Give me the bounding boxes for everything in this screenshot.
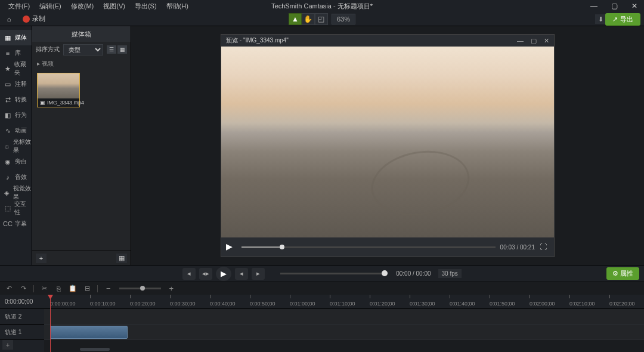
menu-export[interactable]: 导出(S) — [130, 2, 162, 11]
playback-slider[interactable] — [280, 273, 388, 274]
menu-edit[interactable]: 编辑(E) — [35, 2, 66, 11]
tool-sidebar: ▦媒体 ≡库 ★收藏夹 ▭注释 ⇄转换 ◧行为 ∿动画 ☼光标效果 ◉旁白 ♪音… — [0, 26, 32, 265]
cursor-tool[interactable]: ▲ — [289, 13, 302, 25]
properties-button[interactable]: ⚙ 属性 — [606, 267, 639, 280]
sidebar-item-audio-effects[interactable]: ♪音效 — [0, 169, 32, 185]
preview-minimize-icon[interactable]: — — [517, 37, 524, 45]
track-row-2[interactable] — [44, 309, 644, 325]
preview-controls: ▶ 00:03 / 00:21 ⛶ — [221, 237, 554, 257]
preview-scrubber[interactable] — [242, 246, 496, 248]
minimize-icon[interactable]: — — [587, 1, 601, 11]
thumb-label: ▣IMG_3343.mp4 — [38, 98, 79, 107]
sidebar-item-annotations[interactable]: ▭注释 — [0, 76, 32, 92]
track-row-1[interactable] — [44, 325, 644, 340]
preview-title: 预览 - "IMG_3343.mp4" — [226, 36, 289, 45]
view-mode-button[interactable]: ▦ — [116, 254, 127, 263]
ruler-tick: 0:01:00;00 — [290, 301, 315, 307]
zoom-out-icon[interactable]: − — [104, 284, 113, 293]
ruler-tick: 0:02:20;00 — [609, 301, 635, 307]
sidebar-item-interactivity[interactable]: ⬚交互性 — [0, 200, 32, 216]
zoom-percent[interactable]: 63% — [332, 14, 355, 24]
caption-icon: CC — [4, 220, 12, 227]
library-icon: ≡ — [4, 50, 12, 57]
next-frame-button[interactable]: ▸ — [252, 268, 265, 280]
step-fwd-button[interactable]: ◂ — [235, 268, 248, 280]
hand-tool[interactable]: ✋ — [302, 13, 315, 25]
ruler-tick: 0:01:30;00 — [410, 301, 435, 307]
timeline: 0:00:00;00 轨道 2 轨道 1 0:00:00;000:00:10;0… — [0, 295, 644, 352]
zoom-in-icon[interactable]: + — [167, 284, 177, 293]
ruler-tick: 0:01:10;00 — [330, 301, 355, 307]
redo-icon[interactable]: ↷ — [19, 285, 27, 293]
sidebar-item-transitions[interactable]: ⇄转换 — [0, 92, 32, 107]
tracks-area[interactable]: 0:00:00;000:00:10;000:00:20;000:00:30;00… — [44, 295, 644, 352]
track-header-1[interactable]: 轨道 1 — [0, 325, 44, 340]
sort-select[interactable]: 类型 — [63, 44, 103, 55]
voiceover-icon: ◉ — [4, 158, 12, 166]
playback-knob[interactable] — [382, 270, 388, 276]
media-clip-thumb[interactable]: ▣IMG_3343.mp4 — [37, 73, 80, 107]
export-button[interactable]: 导出 — [605, 13, 640, 26]
category-video[interactable]: ▸ 视频 — [32, 57, 131, 70]
time-ruler[interactable]: 0:00:00;000:00:10;000:00:20;000:00:30;00… — [44, 295, 644, 309]
timeline-zoom-slider[interactable] — [119, 288, 161, 289]
sidebar-item-favorites[interactable]: ★收藏夹 — [0, 61, 32, 76]
track-header-2[interactable]: 轨道 2 — [0, 309, 44, 325]
menu-modify[interactable]: 修改(M) — [66, 2, 99, 11]
close-icon[interactable]: ✕ — [627, 1, 642, 11]
view-list-icon[interactable]: ☰ — [107, 45, 116, 54]
sidebar-item-media[interactable]: ▦媒体 — [0, 30, 32, 45]
behavior-icon: ◧ — [4, 112, 12, 119]
panel-title: 媒体箱 — [32, 26, 131, 42]
add-track-button[interactable]: + — [2, 340, 13, 350]
playhead[interactable] — [50, 295, 51, 352]
scrub-knob[interactable] — [280, 245, 284, 249]
menu-file[interactable]: 文件(F) — [4, 2, 35, 11]
timeline-clip[interactable] — [50, 326, 128, 339]
menu-help[interactable]: 帮助(H) — [162, 2, 193, 11]
zoom-knob[interactable] — [140, 286, 145, 291]
copy-icon[interactable]: ⎘ — [54, 285, 63, 293]
add-media-button[interactable]: + — [36, 254, 47, 263]
ruler-tick: 0:00:50;00 — [250, 301, 275, 307]
menu-view[interactable]: 视图(V) — [98, 2, 130, 11]
ruler-tick: 0:00:00;00 — [50, 301, 76, 307]
record-button[interactable]: 录制 — [19, 13, 49, 24]
fps-display[interactable]: 30 fps — [438, 269, 462, 278]
preview-play-button[interactable]: ▶ — [226, 242, 237, 252]
record-dot-icon — [23, 16, 30, 23]
sidebar-item-library[interactable]: ≡库 — [0, 45, 32, 61]
fullscreen-icon[interactable]: ⛶ — [540, 243, 549, 251]
maximize-icon[interactable]: ▢ — [607, 1, 621, 11]
sort-label: 排序方式 — [36, 45, 60, 54]
main-area: ▦媒体 ≡库 ★收藏夹 ▭注释 ⇄转换 ◧行为 ∿动画 ☼光标效果 ◉旁白 ♪音… — [0, 26, 644, 265]
view-grid-icon[interactable]: ▦ — [117, 45, 127, 54]
cut-icon[interactable]: ✂ — [40, 285, 48, 293]
prev-frame-button[interactable]: ◂ — [182, 268, 196, 280]
sidebar-item-behaviors[interactable]: ◧行为 — [0, 107, 32, 123]
step-back-button[interactable]: ◂▸ — [199, 268, 212, 280]
preview-close-icon[interactable]: ✕ — [544, 37, 549, 45]
preview-maximize-icon[interactable]: ▢ — [531, 37, 537, 45]
timeline-scrollbar[interactable] — [44, 347, 644, 352]
home-icon[interactable]: ⌂ — [4, 14, 14, 24]
ruler-header: 0:00:00;00 — [0, 295, 44, 309]
paste-icon[interactable]: 📋 — [69, 285, 77, 293]
preview-time: 00:03 / 00:21 — [500, 244, 535, 251]
sidebar-item-voiceover[interactable]: ◉旁白 — [0, 154, 32, 169]
app-title: TechSmith Camtasia - 无标题项目* — [271, 2, 373, 11]
sidebar-item-captions[interactable]: CC字幕 — [0, 216, 32, 231]
panel-footer: + ▦ — [32, 251, 131, 265]
play-button[interactable]: ▶ — [216, 267, 231, 281]
split-icon[interactable]: ⊟ — [83, 285, 91, 293]
sidebar-item-visual-effects[interactable]: ◈视觉效果 — [0, 185, 32, 200]
ruler-tick: 0:00:20;00 — [130, 301, 156, 307]
sidebar-item-animations[interactable]: ∿动画 — [0, 123, 32, 138]
preview-video-frame[interactable] — [221, 47, 554, 237]
crop-tool[interactable]: ◰ — [315, 13, 328, 25]
film-icon: ▣ — [40, 100, 45, 106]
ruler-tick: 0:02:10;00 — [569, 301, 595, 307]
download-icon[interactable]: ⬇ — [595, 14, 606, 24]
undo-icon[interactable]: ↶ — [5, 285, 13, 293]
sidebar-item-cursor-effects[interactable]: ☼光标效果 — [0, 138, 32, 154]
